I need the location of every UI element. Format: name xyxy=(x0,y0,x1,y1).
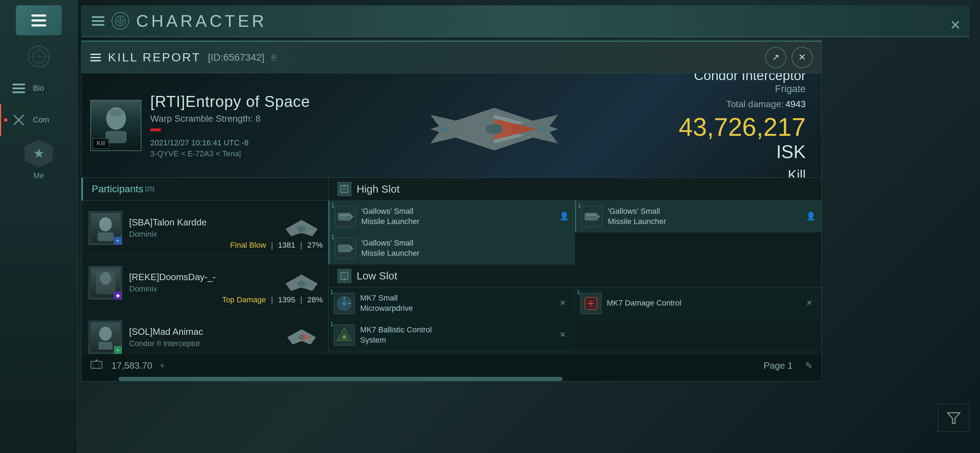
low-slot-items: 1 MK7 SmallMicrowarpdrive xyxy=(328,288,822,351)
high-slot-items: 1 'Gallows' SmallMissile Launcher xyxy=(328,201,822,264)
role-label-2: Top Damage xyxy=(222,295,266,304)
slot-item-high-3[interactable]: 1 'Gallows' SmallMissile Launcher xyxy=(328,232,575,264)
participant-ship-2: Dominix xyxy=(129,285,275,294)
svg-rect-33 xyxy=(99,342,113,350)
footer-map-value: 17,583.70 xyxy=(111,360,153,371)
participant-badge-3: + xyxy=(114,346,122,354)
kr-header-actions: ↗ ✕ xyxy=(765,47,813,68)
participant-item-2[interactable]: ◆ [REKE]DoomsDay-_- Dominix xyxy=(81,256,328,310)
slot-item-high-2-right[interactable]: 1 'Gallows' SmallMissile Launcher 👤 xyxy=(575,201,822,232)
item-name-l3: MK7 Ballistic ControlSystem xyxy=(360,325,554,345)
kill-report-window: KILL REPORT [ID:6567342] ⎘ ↗ ✕ xyxy=(81,41,822,381)
edit-icon[interactable]: ✎ xyxy=(805,360,813,371)
svg-rect-51 xyxy=(342,274,347,278)
participant-ship-3: Condor II Interceptor xyxy=(129,339,275,348)
ship-icon-1 xyxy=(282,216,321,240)
svg-marker-42 xyxy=(351,214,353,219)
svg-point-56 xyxy=(342,301,347,305)
item-icon-h1 xyxy=(335,206,356,227)
close-item-l3[interactable]: ✕ xyxy=(560,330,570,340)
item-qty-l1: 1 xyxy=(330,289,333,296)
participant-name-2: [REKE]DoomsDay-_- xyxy=(129,272,275,283)
participant-avatar-1: + xyxy=(89,211,122,245)
export-icon: ↗ xyxy=(772,52,780,63)
character-logo xyxy=(111,12,129,30)
percent-2: 28% xyxy=(307,295,323,304)
copy-icon[interactable]: ⎘ xyxy=(272,53,276,62)
svg-point-36 xyxy=(298,335,305,340)
item-name-h3: 'Gallows' SmallMissile Launcher xyxy=(361,238,570,258)
participant-info-2: [REKE]DoomsDay-_- Dominix xyxy=(129,272,275,294)
item-name-l2: MK7 Damage Control xyxy=(607,298,801,308)
sidebar-item-combat[interactable]: Com xyxy=(0,104,77,136)
svg-point-22 xyxy=(99,217,112,231)
sidebar-item-bio[interactable]: Bio xyxy=(0,72,77,104)
close-main-button[interactable]: × xyxy=(941,11,969,39)
svg-marker-46 xyxy=(597,214,600,219)
kr-export-button[interactable]: ↗ xyxy=(765,47,786,68)
right-filter-panel[interactable] xyxy=(938,404,969,432)
svg-rect-38 xyxy=(342,187,347,191)
item-qty-h2r: 1 xyxy=(578,202,581,209)
scrollbar-thumb[interactable] xyxy=(119,377,563,381)
kr-close-button[interactable]: ✕ xyxy=(792,47,813,68)
sidebar-combat-label: Com xyxy=(33,115,49,124)
hamburger-icon xyxy=(32,14,46,27)
map-icon xyxy=(90,358,104,373)
item-icon-l1 xyxy=(334,293,355,314)
char-menu-icon[interactable] xyxy=(92,16,104,26)
pilot-avatar: Kill xyxy=(90,100,142,151)
svg-rect-43 xyxy=(339,215,349,216)
kr-header: KILL REPORT [ID:6567342] ⎘ ↗ ✕ xyxy=(81,41,822,73)
participant-name-1: [SBA]Talon Kardde xyxy=(129,217,275,228)
slot-item-high-1[interactable]: 1 'Gallows' SmallMissile Launcher xyxy=(328,201,575,232)
svg-marker-71 xyxy=(95,359,98,361)
svg-rect-47 xyxy=(586,215,596,216)
participant-name-3: [SOL]Mad Animac xyxy=(129,326,275,337)
participant-item-3[interactable]: + [SOL]Mad Animac Condor II Interceptor xyxy=(81,310,328,354)
sidebar-medals-label: Me xyxy=(0,171,77,180)
combat-icon xyxy=(12,113,26,127)
slot-item-low-2[interactable]: 1 MK7 Damage Control ✕ xyxy=(575,288,822,319)
participant-ship-1: Dominix xyxy=(129,230,275,239)
page-text: Page 1 xyxy=(764,360,793,371)
participant-badge-2: ◆ xyxy=(114,291,122,299)
kr-scrollbar[interactable] xyxy=(81,377,822,381)
svg-point-32 xyxy=(99,327,112,341)
participant-avatar-2: ◆ xyxy=(89,266,122,300)
person-icon-h2r: 👤 xyxy=(806,212,816,222)
svg-rect-48 xyxy=(338,245,351,252)
ship-icon-2 xyxy=(282,270,321,295)
item-qty-h1: 1 xyxy=(331,202,334,209)
kr-menu-icon[interactable] xyxy=(90,54,101,61)
svg-point-19 xyxy=(439,126,450,132)
footer-plus-button[interactable]: + xyxy=(159,360,165,371)
character-header: CHARACTER xyxy=(81,5,969,37)
participant-info-1: [SBA]Talon Kardde Dominix xyxy=(129,217,275,239)
close-item-l1[interactable]: ✕ xyxy=(560,299,570,308)
svg-point-21 xyxy=(485,124,503,134)
svg-rect-44 xyxy=(339,217,347,218)
high-slot-icon xyxy=(337,182,352,196)
svg-point-13 xyxy=(109,109,123,116)
participants-panel: Participants [25] + xyxy=(81,178,328,354)
role-label-1: Final Blow xyxy=(231,241,266,250)
sidebar-menu-button[interactable] xyxy=(16,5,62,35)
close-item-l2[interactable]: ✕ xyxy=(806,299,816,308)
slot-item-low-1[interactable]: 1 MK7 SmallMicrowarpdrive xyxy=(328,288,575,319)
ship-image-area xyxy=(310,87,679,164)
high-slot-section: High Slot 1 xyxy=(328,178,822,265)
item-icon-h2r xyxy=(581,206,603,227)
participant-stats-2: Top Damage | 1395 | 28% xyxy=(222,295,323,304)
slot-item-low-3[interactable]: 1 MK7 Ballistic ControlSystem ✕ xyxy=(328,319,575,351)
kill-type-badge: Kill xyxy=(93,138,109,149)
participant-item[interactable]: + [SBA]Talon Kardde Dominix xyxy=(81,201,328,256)
participants-count: [25] xyxy=(145,186,154,192)
participant-info-3: [SOL]Mad Animac Condor II Interceptor xyxy=(129,326,275,348)
low-slot-icon xyxy=(337,269,352,283)
item-qty-l3: 1 xyxy=(330,321,333,327)
svg-point-65 xyxy=(342,335,346,339)
notification-dot xyxy=(4,118,7,122)
ship-icon-3 xyxy=(282,325,321,350)
item-name-h2r: 'Gallows' SmallMissile Launcher xyxy=(608,207,801,227)
